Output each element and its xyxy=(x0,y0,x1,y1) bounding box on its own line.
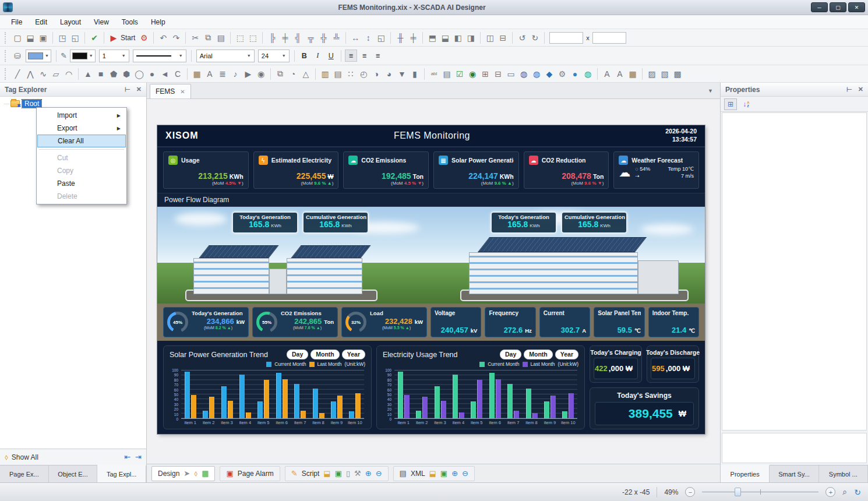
script-tab[interactable]: ✎ Script ⬓ ▣ ▯ ⚒ ⊕ ⊖ xyxy=(285,466,389,481)
panel-tab-properties[interactable]: Properties xyxy=(721,465,770,482)
bar[interactable] xyxy=(301,411,306,418)
grid-widget-icon[interactable]: ▦ xyxy=(626,68,639,80)
todays-discharge-card[interactable]: Today's Discharge 595,000 ₩ xyxy=(647,345,699,383)
distribute-h-icon[interactable]: ╫ xyxy=(394,31,407,44)
trend-chart-widget-icon[interactable]: ▨ xyxy=(645,68,658,80)
runtime-settings-icon[interactable]: ⚙ xyxy=(137,31,150,44)
menu-view[interactable]: View xyxy=(87,16,115,28)
ungroup-icon[interactable]: ⬚ xyxy=(246,31,259,44)
panel-tab-symbol[interactable]: Symbol ... xyxy=(819,465,868,482)
document-tab-fems[interactable]: FEMS ✕ xyxy=(150,84,191,98)
triangle-tool-icon[interactable]: ▲ xyxy=(82,68,94,80)
align-bottom-icon[interactable]: ╩ xyxy=(330,31,343,44)
start-icon[interactable]: ▶ xyxy=(107,31,120,44)
panel-tab-object-e[interactable]: Object E... xyxy=(49,465,98,482)
metric-card-indoor-temp[interactable]: Indoor Temp.21.4℃ xyxy=(648,307,699,337)
bar[interactable] xyxy=(355,393,361,418)
generation-box[interactable]: Cumulative Generation165.8KWh xyxy=(302,211,369,234)
bar[interactable] xyxy=(264,380,269,418)
send-to-back-icon[interactable]: ⬓ xyxy=(439,31,451,44)
menu-file[interactable]: File xyxy=(5,16,29,28)
zoom-in-icon[interactable]: ⊕ xyxy=(451,469,458,478)
text-tool-icon[interactable]: A xyxy=(203,68,216,80)
bar[interactable] xyxy=(203,411,208,418)
pin-icon[interactable]: ⊥ xyxy=(845,87,853,93)
menu-edit[interactable]: Edit xyxy=(29,16,54,28)
align-top-icon[interactable]: ╦ xyxy=(304,31,317,44)
font-size-select[interactable]: 24 ▼ xyxy=(258,50,290,62)
metric-card-co2-emissions[interactable]: 55%CO2 Emissions242,865Ton(MoM 7.6 % ▲) xyxy=(252,307,338,337)
bar[interactable] xyxy=(507,384,513,418)
properties-content[interactable] xyxy=(722,112,867,431)
solar-generation-trend-chart[interactable]: Solar Power Generation TrendDayMonthYear… xyxy=(163,345,372,429)
polygon-tool-icon[interactable]: ▱ xyxy=(50,68,62,80)
video-tool-icon[interactable]: ▶ xyxy=(242,68,255,80)
image-icon[interactable]: ▦ xyxy=(202,469,209,478)
align-text-right-button[interactable]: ≡ xyxy=(372,50,384,62)
undo-icon[interactable]: ↶ xyxy=(157,31,170,44)
combobox-widget-icon[interactable]: ▤ xyxy=(440,68,453,80)
zoom-out-icon[interactable]: ⊖ xyxy=(376,469,382,478)
pin-icon[interactable]: ⊥ xyxy=(124,87,131,93)
bar[interactable] xyxy=(313,389,318,418)
bar[interactable] xyxy=(422,397,428,418)
page-alarm-tab[interactable]: ▣ Page Alarm xyxy=(220,466,280,481)
rotate-left-icon[interactable]: ↺ xyxy=(516,31,528,44)
close-icon[interactable]: ✕ xyxy=(180,89,185,95)
bar[interactable] xyxy=(551,396,556,418)
bar[interactable] xyxy=(209,397,214,418)
kpi-card-solar-generation[interactable]: ▦Solar Power Generation224,147KWh(MoM 9.… xyxy=(433,151,519,189)
same-height-icon[interactable]: ↕ xyxy=(362,31,375,44)
bar[interactable] xyxy=(489,373,495,418)
italic-button[interactable]: I xyxy=(312,50,324,62)
bar[interactable] xyxy=(349,411,354,418)
pie-shape-tool-icon[interactable]: ◔ xyxy=(287,68,299,80)
expand-all-icon[interactable]: ⇥ xyxy=(135,453,142,461)
root-node-label[interactable]: Root xyxy=(22,100,41,108)
metric-card-voltage[interactable]: Voltage240,457kV xyxy=(431,307,481,337)
redo-icon[interactable]: ↷ xyxy=(170,31,182,44)
kpi-card-co2-emissions[interactable]: ☁CO2 Emissions192,485Ton(MoM 4.5 % ▼) xyxy=(343,151,429,189)
save-xml-icon[interactable]: ▣ xyxy=(440,469,447,478)
menu-tools[interactable]: Tools xyxy=(115,16,144,28)
copy-icon[interactable]: ⧉ xyxy=(202,31,214,44)
design-mode-tab[interactable]: Design ➤ ⬨ ▦ xyxy=(151,466,215,481)
categorized-view-icon[interactable]: ⊞ xyxy=(724,98,737,110)
kpi-card-estimated-bill[interactable]: ϟEstimated Electricity Bill225,455₩(MoM … xyxy=(253,151,339,189)
tab-list-dropdown-icon[interactable]: ▼ xyxy=(708,88,713,94)
design-canvas[interactable]: XISOM FEMS Monitoring 2026-04-20 13:34:5… xyxy=(147,99,720,464)
chart-button-month[interactable]: Month xyxy=(524,350,553,359)
width-input[interactable] xyxy=(549,32,583,44)
textbox-widget-icon[interactable]: abl xyxy=(428,68,440,80)
tag-icon[interactable]: ⬨ xyxy=(194,469,197,478)
bold-button[interactable]: B xyxy=(298,50,310,62)
menu-help[interactable]: Help xyxy=(144,16,172,28)
line-chart-widget-icon[interactable]: ▧ xyxy=(658,68,671,80)
security-widget-icon[interactable]: ◆ xyxy=(543,68,556,80)
bar[interactable] xyxy=(337,396,343,418)
arrow-shape-tool-icon[interactable]: ◄ xyxy=(158,68,171,80)
area-chart-widget-icon[interactable]: ▩ xyxy=(671,68,684,80)
context-menu-item-paste[interactable]: Paste xyxy=(37,177,126,190)
line-width-select[interactable]: 1 ▼ xyxy=(99,50,129,62)
save-as-icon[interactable]: ◳ xyxy=(56,31,69,44)
minimize-button[interactable]: ─ xyxy=(811,2,828,12)
globe-widget-icon[interactable]: ◍ xyxy=(581,68,594,80)
zoom-in-icon[interactable]: ⊕ xyxy=(365,469,372,478)
save-script-icon[interactable]: ▣ xyxy=(335,469,342,478)
electricity-usage-trend-chart[interactable]: Electricity Usage TrendDayMonthYearCurre… xyxy=(376,345,585,429)
bar[interactable] xyxy=(526,389,531,418)
gauge-widget-icon[interactable]: ◴ xyxy=(357,68,370,80)
hbar-chart-widget-icon[interactable]: ▤ xyxy=(331,68,344,80)
generation-box[interactable]: Today's Generation165.8KWh xyxy=(491,211,557,234)
todays-savings-card[interactable]: Today's Savings 389,455 ₩ xyxy=(590,387,699,429)
chart-button-year[interactable]: Year xyxy=(555,350,578,359)
context-menu-item-export[interactable]: Export▶ xyxy=(37,122,126,135)
todays-charging-card[interactable]: Today's Charging 422,000 ₩ xyxy=(590,345,642,383)
bar[interactable] xyxy=(532,413,538,418)
sound-tool-icon[interactable]: ♪ xyxy=(229,68,242,80)
generation-box[interactable]: Cumulative Generation165.8KWh xyxy=(561,211,627,234)
frame-widget-icon[interactable]: ▭ xyxy=(504,68,517,80)
pentagon-tool-icon[interactable]: ⬟ xyxy=(107,68,120,80)
image-tool-icon[interactable]: ▦ xyxy=(190,68,203,80)
